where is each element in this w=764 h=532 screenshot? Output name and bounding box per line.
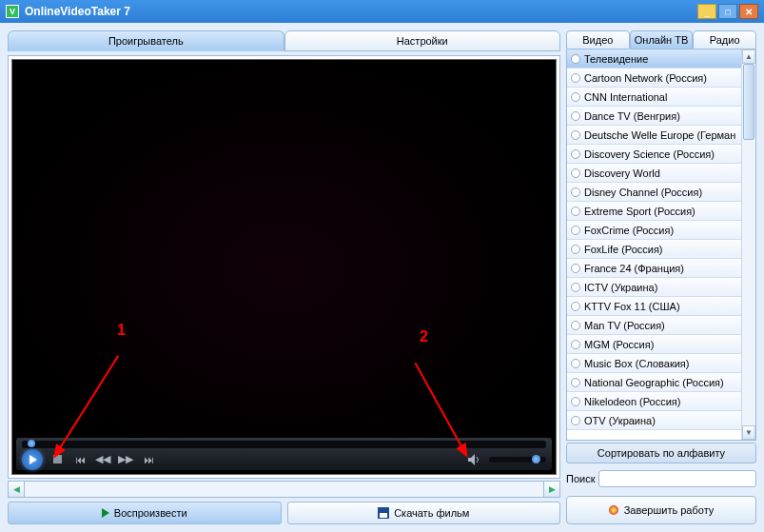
radio-icon [571, 130, 580, 140]
channel-item[interactable]: France 24 (Франция) [567, 259, 741, 278]
channel-item[interactable]: National Geographic (Россия) [567, 373, 741, 392]
channel-label: Cartoon Network (Россия) [584, 72, 707, 84]
rewind-button[interactable]: ◀◀ [94, 451, 111, 468]
seek-thumb[interactable] [28, 440, 35, 447]
titlebar: V OnlineVideoTaker 7 _ □ ✕ [0, 0, 764, 23]
channel-label: National Geographic (Россия) [584, 377, 724, 388]
radio-icon [571, 302, 580, 311]
channel-item[interactable]: Dance TV (Венгрия) [567, 107, 741, 126]
channel-item[interactable]: FoxCrime (Россия) [567, 221, 741, 240]
vertical-scrollbar: ▲ ▼ [741, 49, 755, 440]
channel-item[interactable]: Cartoon Network (Россия) [567, 69, 741, 88]
play-video-label: Воспроизвести [114, 507, 187, 519]
hscroll-left[interactable]: ◀ [8, 481, 25, 498]
radio-icon [571, 207, 580, 216]
channel-item[interactable]: Discovery World [567, 164, 741, 183]
channel-label: Discovery World [584, 167, 660, 179]
seek-bar[interactable] [22, 441, 546, 448]
channel-label: Deutsche Welle Europe (Герман [584, 129, 735, 141]
channel-label: Dance TV (Венгрия) [584, 110, 680, 122]
channel-list-box: ТелевидениеCartoon Network (Россия)CNN I… [566, 49, 756, 441]
hscroll-track[interactable] [25, 481, 543, 498]
sort-button[interactable]: Сортировать по алфавиту [566, 443, 756, 463]
radio-icon [571, 149, 580, 159]
tab-radio[interactable]: Радио [693, 30, 756, 49]
radio-icon [571, 397, 580, 406]
channel-item[interactable]: Телевидение [567, 49, 741, 69]
minimize-button[interactable]: _ [697, 4, 716, 19]
radio-icon [571, 359, 580, 368]
channel-label: OTV (Украина) [584, 415, 656, 426]
radio-icon [571, 54, 580, 64]
radio-icon [571, 378, 580, 387]
channel-item[interactable]: MGM (Россия) [567, 335, 741, 354]
callout-2-label: 2 [420, 328, 428, 345]
channel-item[interactable]: Disney Channel (Россия) [567, 183, 741, 202]
vscroll-down[interactable]: ▼ [742, 425, 755, 440]
horizontal-scrollbar: ◀ ▶ [8, 481, 560, 498]
channel-item[interactable]: CNN International [567, 88, 741, 107]
radio-icon [571, 187, 580, 197]
download-button[interactable]: Скачать фильм [287, 502, 561, 524]
channel-item[interactable]: Nikelodeon (Россия) [567, 392, 741, 411]
channel-label: Man TV (Россия) [584, 320, 665, 331]
volume-thumb[interactable] [532, 455, 540, 463]
prev-track-button[interactable]: ⏮ [71, 451, 88, 468]
window-title: OnlineVideoTaker 7 [25, 5, 697, 18]
stop-icon [609, 505, 618, 515]
channel-item[interactable]: ICTV (Украина) [567, 278, 741, 297]
radio-icon [571, 111, 580, 121]
radio-icon [571, 340, 580, 349]
exit-button[interactable]: Завершить работу [566, 496, 756, 524]
play-button[interactable] [22, 449, 43, 470]
volume-icon[interactable] [466, 451, 483, 468]
next-track-button[interactable]: ⏭ [140, 451, 157, 468]
channel-label: Nikelodeon (Россия) [584, 396, 681, 407]
channel-item[interactable]: Music Box (Словакия) [567, 354, 741, 373]
right-panel: Видео Онлайн ТВ Радио ТелевидениеCartoon… [566, 30, 756, 524]
search-label: Поиск [566, 473, 595, 484]
volume-slider[interactable] [489, 457, 546, 463]
stop-button[interactable] [49, 451, 66, 468]
play-video-button[interactable]: Воспроизвести [8, 502, 282, 524]
player-box: ⏮ ◀◀ ▶▶ ⏭ 1 2 [8, 55, 560, 479]
tab-player[interactable]: Проигрыватель [8, 30, 284, 51]
player-controls: ⏮ ◀◀ ▶▶ ⏭ [16, 438, 552, 470]
channel-label: Music Box (Словакия) [584, 358, 689, 369]
hscroll-right[interactable]: ▶ [543, 481, 560, 498]
channel-label: MGM (Россия) [584, 339, 654, 350]
callout-1-label: 1 [117, 322, 126, 339]
play-icon [102, 508, 109, 518]
channel-item[interactable]: Deutsche Welle Europe (Герман [567, 126, 741, 145]
callout-arrows [12, 60, 556, 474]
vscroll-thumb[interactable] [743, 64, 754, 140]
vscroll-track[interactable] [742, 64, 755, 425]
channel-item[interactable]: FoxLife (Россия) [567, 240, 741, 259]
app-icon: V [6, 5, 19, 18]
channel-label: Телевидение [584, 53, 648, 65]
vscroll-up[interactable]: ▲ [742, 49, 755, 64]
channel-item[interactable]: Discovery Science (Россия) [567, 145, 741, 164]
channel-item[interactable]: Extreme Sport (Россия) [567, 202, 741, 221]
radio-icon [571, 321, 580, 330]
side-tabs: Видео Онлайн ТВ Радио [566, 30, 756, 49]
video-area[interactable]: ⏮ ◀◀ ▶▶ ⏭ 1 2 [11, 59, 557, 475]
exit-label: Завершить работу [624, 504, 715, 516]
radio-icon [571, 416, 580, 425]
channel-item[interactable]: Man TV (Россия) [567, 316, 741, 335]
tab-online-tv[interactable]: Онлайн ТВ [630, 30, 694, 49]
svg-rect-1 [53, 455, 62, 463]
channel-item[interactable]: KTTV Fox 11 (США) [567, 297, 741, 316]
maximize-button[interactable]: □ [718, 4, 737, 19]
channel-label: Discovery Science (Россия) [584, 148, 715, 160]
channel-label: KTTV Fox 11 (США) [584, 301, 680, 312]
channel-label: ICTV (Украина) [584, 282, 657, 293]
radio-icon [571, 92, 580, 102]
close-button[interactable]: ✕ [739, 4, 758, 19]
tab-video[interactable]: Видео [566, 30, 630, 49]
forward-button[interactable]: ▶▶ [117, 451, 134, 468]
channel-item[interactable]: OTV (Украина) [567, 411, 741, 430]
search-input[interactable] [598, 470, 756, 487]
tab-settings[interactable]: Настройки [284, 30, 561, 51]
channel-list: ТелевидениеCartoon Network (Россия)CNN I… [567, 49, 741, 440]
